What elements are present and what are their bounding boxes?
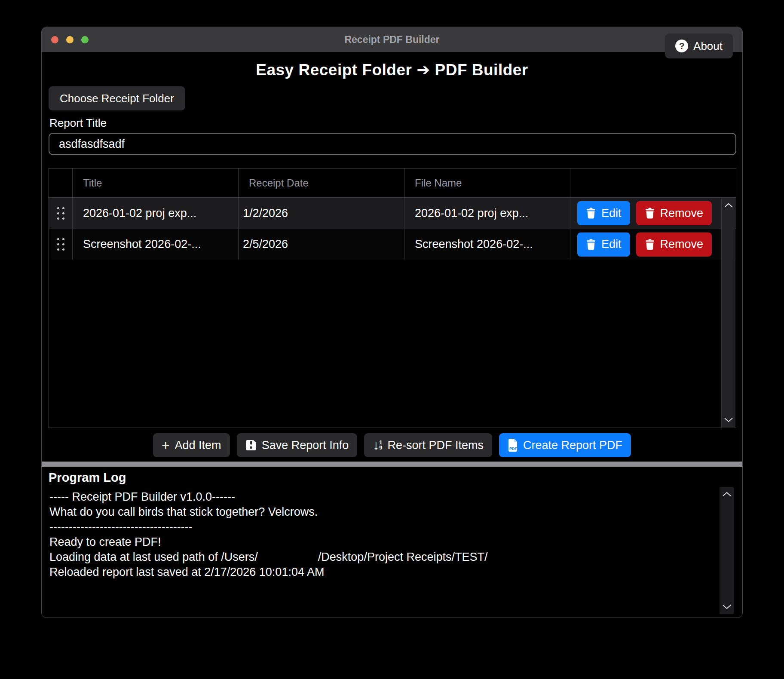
resort-pdf-items-label: Re-sort PDF Items — [387, 439, 484, 452]
chevron-down-icon[interactable] — [724, 417, 733, 423]
save-report-info-label: Save Report Info — [262, 439, 349, 452]
svg-text:PDF: PDF — [509, 447, 518, 451]
close-window-button[interactable] — [51, 36, 58, 43]
receipt-table: Title Receipt Date File Name 2026-01-02 … — [49, 168, 736, 428]
log-line: ----- Receipt PDF Builder v1.0.0------ — [49, 489, 717, 505]
drag-dots-icon — [57, 238, 64, 251]
row-date: 2/5/2026 — [238, 229, 404, 260]
log-scrollbar[interactable] — [720, 487, 734, 614]
drag-dots-icon — [57, 207, 64, 220]
log-line: Ready to create PDF! — [49, 535, 717, 550]
report-title-input[interactable] — [49, 133, 736, 155]
remove-button-label: Remove — [660, 207, 704, 220]
row-filename: Screenshot 2026-02-... — [404, 229, 570, 260]
pdf-file-icon: PDF — [508, 439, 518, 452]
row-title: 2026-01-02 proj exp... — [72, 198, 238, 229]
chevron-down-icon[interactable] — [722, 604, 732, 610]
zoom-window-button[interactable] — [81, 36, 89, 43]
header: Easy Receipt Folder ➔ PDF Builder — [42, 52, 742, 87]
action-bar: + Add Item Save Report Info ↓ 19 Re-sort… — [42, 433, 742, 458]
trash-icon — [645, 208, 655, 219]
column-header-actions — [570, 168, 736, 197]
page-title: Easy Receipt Folder ➔ PDF Builder — [256, 61, 528, 79]
remove-button-label: Remove — [660, 238, 704, 251]
column-header-file: File Name — [404, 168, 570, 197]
remove-button[interactable]: Remove — [636, 201, 712, 225]
save-report-info-button[interactable]: Save Report Info — [237, 433, 358, 457]
log-line: Loading data at last used path of /Users… — [49, 550, 717, 565]
column-header-title: Title — [72, 168, 238, 197]
edit-button-label: Edit — [601, 238, 622, 251]
chevron-up-icon[interactable] — [722, 491, 732, 497]
window-title: Receipt PDF Builder — [344, 34, 439, 46]
program-log: ----- Receipt PDF Builder v1.0.0------ W… — [49, 489, 717, 613]
table-header: Title Receipt Date File Name — [49, 168, 736, 198]
minimize-window-button[interactable] — [66, 36, 74, 43]
create-report-pdf-label: Create Report PDF — [523, 439, 622, 452]
log-line: ------------------------------------- — [49, 520, 717, 535]
log-line: What do you call birds that stick togeth… — [49, 505, 717, 520]
app-window: Receipt PDF Builder Easy Receipt Folder … — [41, 27, 743, 618]
drag-handle[interactable] — [49, 198, 72, 229]
splitter-handle[interactable] — [42, 462, 742, 467]
edit-button[interactable]: Edit — [577, 201, 630, 225]
add-item-button[interactable]: + Add Item — [153, 433, 230, 457]
add-item-label: Add Item — [175, 439, 221, 452]
row-date: 1/2/2026 — [238, 198, 404, 229]
trash-icon — [645, 239, 655, 250]
column-header-date: Receipt Date — [238, 168, 404, 197]
row-title: Screenshot 2026-02-... — [72, 229, 238, 260]
table-row: Screenshot 2026-02-... 2/5/2026 Screensh… — [49, 229, 736, 260]
row-actions: Edit Remove — [570, 198, 736, 229]
table-scrollbar[interactable] — [721, 198, 735, 427]
sort-numeric-icon: ↓ 19 — [373, 439, 382, 452]
about-button[interactable]: ? About — [665, 34, 733, 58]
chevron-up-icon[interactable] — [724, 202, 733, 208]
row-filename: 2026-01-02 proj exp... — [404, 198, 570, 229]
drag-column-header — [49, 168, 72, 197]
traffic-lights — [51, 27, 89, 52]
drag-handle[interactable] — [49, 229, 72, 260]
titlebar: Receipt PDF Builder — [42, 27, 742, 52]
resort-pdf-items-button[interactable]: ↓ 19 Re-sort PDF Items — [364, 433, 492, 457]
report-title-label: Report Title — [49, 116, 107, 130]
redacted-username — [258, 557, 318, 561]
program-log-heading: Program Log — [49, 471, 126, 485]
remove-button[interactable]: Remove — [636, 232, 712, 257]
question-icon: ? — [675, 40, 688, 52]
save-icon — [245, 440, 257, 451]
create-report-pdf-button[interactable]: PDF Create Report PDF — [499, 433, 631, 457]
trash-icon — [586, 208, 596, 219]
about-button-label: About — [693, 40, 723, 53]
edit-button-label: Edit — [601, 207, 622, 220]
plus-icon: + — [162, 438, 170, 452]
edit-button[interactable]: Edit — [577, 232, 630, 257]
row-actions: Edit Remove — [570, 229, 736, 260]
choose-receipt-folder-button[interactable]: Choose Receipt Folder — [49, 86, 185, 110]
trash-icon — [586, 239, 596, 250]
log-line: Reloaded report last saved at 2/17/2026 … — [49, 565, 717, 580]
table-row: 2026-01-02 proj exp... 1/2/2026 2026-01-… — [49, 198, 736, 229]
